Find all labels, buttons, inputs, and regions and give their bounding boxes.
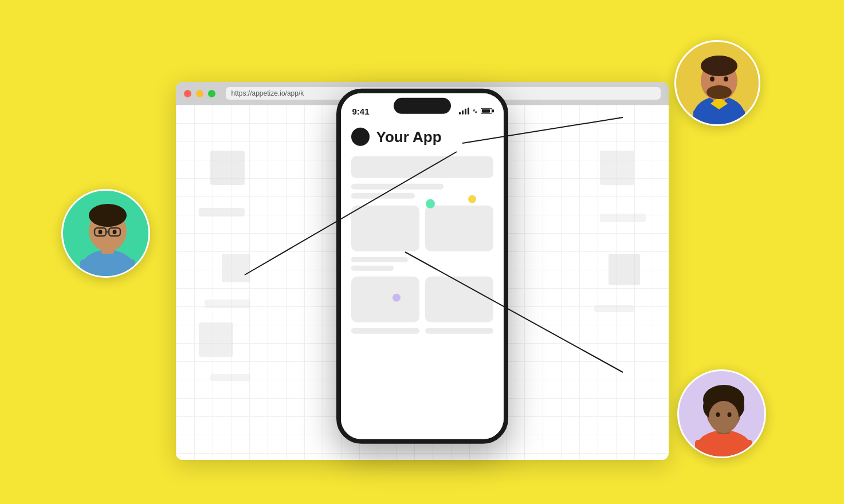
skeleton-bar-1 <box>351 156 493 178</box>
skeleton-bar-3 <box>351 193 415 199</box>
bg-block-2 <box>199 208 245 216</box>
phone-screen: 9:41 ∿ Your App <box>341 93 504 439</box>
url-text: https://appetize.io/app/k <box>231 89 304 97</box>
avatar-bottom-right <box>677 369 766 458</box>
skeleton-bar-2 <box>351 184 443 190</box>
bg-block-4 <box>205 300 250 308</box>
svg-point-8 <box>710 77 715 82</box>
avatar-mid-left <box>61 189 150 278</box>
annotation-dot-purple <box>392 294 401 302</box>
skeleton-label-2 <box>351 266 394 271</box>
phone-notch <box>394 98 451 114</box>
annotation-dot-green <box>426 199 435 208</box>
avatar-mid-left-image <box>63 191 150 278</box>
skeleton-bottom-1 <box>351 328 419 334</box>
skeleton-card-2 <box>425 206 493 251</box>
skeleton-grid-2 <box>351 277 493 322</box>
app-header: Your App <box>351 125 493 146</box>
svg-point-31 <box>716 412 720 417</box>
annotation-dot-yellow <box>468 195 476 203</box>
bg-block-9 <box>609 254 640 285</box>
phone-time: 9:41 <box>352 106 370 116</box>
bg-block-5 <box>199 322 233 357</box>
app-title: Your App <box>376 128 442 145</box>
skeleton-bottom-2 <box>425 328 493 334</box>
phone-status-icons: ∿ <box>459 107 492 115</box>
bg-block-3 <box>222 254 250 282</box>
wifi-icon: ∿ <box>472 107 478 115</box>
bg-block-1 <box>210 151 245 185</box>
bg-block-7 <box>600 151 634 185</box>
skeleton-grid <box>351 206 493 251</box>
avatar-bottom-right-image <box>679 371 766 458</box>
skeleton-bottom-labels <box>351 328 493 334</box>
minimize-button-dot[interactable] <box>196 90 203 97</box>
bg-block-8 <box>600 214 646 222</box>
skeleton-label-1 <box>351 257 408 262</box>
svg-point-7 <box>706 85 732 99</box>
app-icon <box>351 128 370 146</box>
skeleton-card-4 <box>425 277 493 322</box>
skeleton-row-labels <box>351 257 493 271</box>
svg-point-9 <box>724 77 728 82</box>
phone-status-bar: 9:41 ∿ <box>341 93 504 122</box>
signal-icon <box>459 108 469 115</box>
svg-point-19 <box>98 230 102 234</box>
close-button-dot[interactable] <box>184 90 191 97</box>
maximize-button-dot[interactable] <box>208 90 215 97</box>
skeleton-card-1 <box>351 206 419 251</box>
avatar-top-right <box>674 40 760 126</box>
avatar-top-right-image <box>676 42 760 126</box>
svg-rect-34 <box>695 440 752 458</box>
svg-point-33 <box>717 424 731 433</box>
bg-block-10 <box>594 305 634 312</box>
battery-icon <box>481 108 492 114</box>
svg-rect-11 <box>693 109 745 126</box>
skeleton-card-3 <box>351 277 419 322</box>
svg-point-15 <box>89 204 127 227</box>
phone-device: 9:41 ∿ Your App <box>336 89 508 444</box>
svg-rect-21 <box>80 259 135 278</box>
svg-point-32 <box>727 412 731 417</box>
svg-point-6 <box>701 56 737 76</box>
svg-point-20 <box>112 230 116 234</box>
bg-block-6 <box>210 374 250 381</box>
main-scene: https://appetize.io/app/k <box>107 29 737 475</box>
